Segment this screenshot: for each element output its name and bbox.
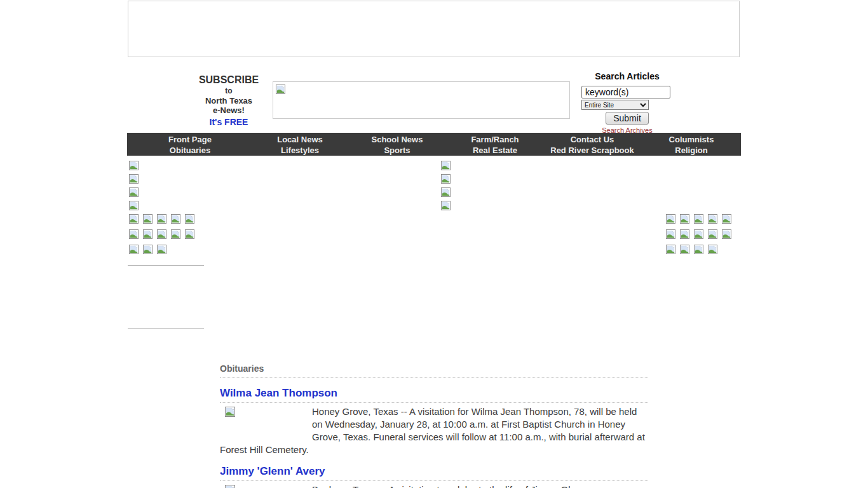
- broken-image-icon: [157, 245, 166, 254]
- broken-image-icon: [722, 214, 731, 224]
- broken-image-icon: [129, 214, 139, 224]
- top-ad-banner: [128, 1, 740, 57]
- broken-image-icon: [276, 85, 285, 94]
- broken-image-icon: [708, 229, 717, 239]
- broken-image-icon: [157, 229, 166, 239]
- broken-image-icon: [666, 214, 675, 224]
- broken-image-icon: [441, 161, 451, 170]
- sidebar-divider: [128, 329, 204, 329]
- thumbnail-column-left: [129, 161, 139, 210]
- broken-image-icon: [129, 245, 139, 254]
- nav-front-page[interactable]: Front Page: [127, 134, 253, 145]
- content-area: SUBSCRIBE to North Texas e-News! It's FR…: [127, 0, 741, 488]
- section-heading: Obituaries: [220, 363, 648, 378]
- sidebar-divider: [128, 265, 204, 266]
- thumbnail-row: [666, 229, 731, 239]
- nav-red-river-scrapbook[interactable]: Red River Scrapbook: [543, 145, 642, 156]
- nav-lifestyles[interactable]: Lifestyles: [253, 145, 347, 156]
- broken-image-icon: [441, 201, 451, 210]
- broken-image-icon: [680, 214, 689, 224]
- broken-image-icon: [694, 214, 703, 224]
- nav-row-1: Front Page Local News School News Farm/R…: [127, 134, 741, 145]
- page: SUBSCRIBE to North Texas e-News! It's FR…: [0, 0, 868, 488]
- broken-image-icon: [143, 214, 153, 224]
- article-photo-placeholder: [220, 405, 312, 434]
- broken-image-icon: [666, 229, 675, 239]
- thumbnail-row: [666, 214, 731, 224]
- thumbnail-column-center: [441, 161, 451, 210]
- obituaries-section: Obituaries Wilma Jean Thompson Honey Gro…: [220, 363, 648, 488]
- broken-image-icon: [143, 229, 153, 239]
- broken-image-icon: [157, 214, 166, 224]
- article-text: Bonham, Texas -- A visitation to celebra…: [312, 484, 587, 488]
- header-ad-banner: [273, 81, 570, 119]
- broken-image-icon: [129, 161, 139, 170]
- broken-image-icon: [171, 214, 180, 224]
- submit-button[interactable]: Submit: [606, 112, 649, 125]
- nav-school-news[interactable]: School News: [347, 134, 447, 145]
- obituary-article: Wilma Jean Thompson Honey Grove, Texas -…: [220, 387, 648, 456]
- broken-image-icon: [129, 174, 139, 184]
- broken-image-icon: [441, 187, 451, 197]
- article-photo-placeholder: [220, 484, 312, 488]
- article-body: Honey Grove, Texas -- A visitation for W…: [220, 405, 648, 456]
- broken-image-icon: [666, 245, 675, 254]
- nav-row-2: Obituaries Lifestyles Sports Real Estate…: [127, 145, 741, 156]
- article-title-link[interactable]: Wilma Jean Thompson: [220, 387, 648, 403]
- broken-image-icon: [680, 229, 689, 239]
- search-scope-select[interactable]: Entire Site: [581, 100, 649, 110]
- broken-image-icon: [129, 201, 139, 210]
- broken-image-icon: [708, 245, 717, 254]
- nav-contact-us[interactable]: Contact Us: [543, 134, 642, 145]
- nav-columnists[interactable]: Columnists: [642, 134, 741, 145]
- broken-image-icon: [225, 407, 235, 417]
- article-title-link[interactable]: Jimmy 'Glenn' Avery: [220, 465, 648, 481]
- broken-image-icon: [171, 229, 180, 239]
- broken-image-icon: [680, 245, 689, 254]
- nav-religion[interactable]: Religion: [642, 145, 741, 156]
- obituary-article: Jimmy 'Glenn' Avery Bonham, Texas -- A v…: [220, 465, 648, 488]
- thumbnail-row: [129, 245, 194, 254]
- thumbnail-row: [666, 245, 731, 254]
- thumbnail-grid-right: [666, 214, 731, 254]
- broken-image-icon: [694, 229, 703, 239]
- nav-obituaries[interactable]: Obituaries: [127, 145, 253, 156]
- broken-image-icon: [185, 229, 194, 239]
- thumbnail-row: [129, 229, 194, 239]
- broken-image-icon: [441, 174, 451, 184]
- broken-image-icon: [225, 485, 235, 488]
- thumbnail-grid-left: [129, 214, 194, 254]
- nav-local-news[interactable]: Local News: [253, 134, 347, 145]
- broken-image-icon: [129, 187, 139, 197]
- broken-image-icon: [694, 245, 703, 254]
- broken-image-icon: [129, 229, 139, 239]
- search-input[interactable]: [581, 86, 670, 98]
- search-title: Search Articles: [581, 71, 674, 81]
- search-panel: Search Articles Entire Site Submit Searc…: [581, 71, 674, 134]
- article-body: Bonham, Texas -- A visitation to celebra…: [220, 484, 648, 488]
- thumbnail-row: [129, 214, 194, 224]
- broken-image-icon: [708, 214, 717, 224]
- broken-image-icon: [185, 214, 194, 224]
- broken-image-icon: [143, 245, 153, 254]
- broken-image-icon: [722, 229, 731, 239]
- main-nav: Front Page Local News School News Farm/R…: [127, 133, 741, 156]
- nav-sports[interactable]: Sports: [347, 145, 447, 156]
- nav-farm-ranch[interactable]: Farm/Ranch: [447, 134, 543, 145]
- nav-real-estate[interactable]: Real Estate: [447, 145, 543, 156]
